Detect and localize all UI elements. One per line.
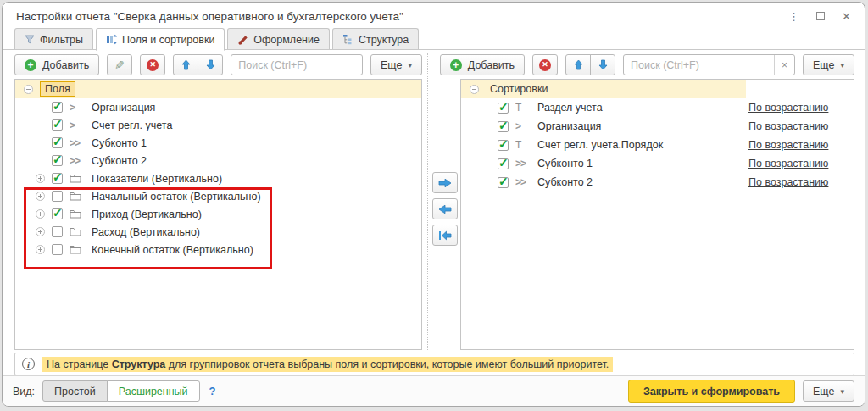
folder-icon [70,245,81,254]
row-checkbox[interactable] [52,244,63,255]
sort-row-subkonto-2[interactable]: >> Субконто 2 По возрастанию [461,173,854,192]
row-label: Счет регл. учета [92,119,172,131]
fields-search-input[interactable] [231,55,363,75]
row-label: Показатели (Вертикально) [92,173,222,185]
close-icon[interactable]: ✕ [842,11,851,22]
arrow-up-icon [574,59,583,70]
row-checkbox[interactable] [498,158,509,169]
expand-toggle-icon[interactable] [36,209,45,219]
row-checkbox[interactable] [52,137,63,148]
move-up-button[interactable] [173,54,198,75]
expand-toggle-icon[interactable] [36,245,45,254]
info-message: На странице Структура для группировок от… [42,357,613,372]
sortings-search: × [623,54,795,75]
tree-row-subkonto-2[interactable]: >> Субконто 2 [15,152,421,169]
footer-more-button[interactable]: Еще ▾ [803,380,854,402]
row-checkbox[interactable] [498,103,509,114]
move-left-button[interactable] [432,198,458,219]
maximize-icon[interactable] [816,12,825,20]
sort-direction-link[interactable]: По возрастанию [748,139,828,151]
sortings-root-row[interactable]: Сортировки [461,80,854,98]
close-and-generate-button[interactable]: Закрыть и сформировать [628,380,795,403]
field-icon: > [70,102,75,114]
row-label: Организация [92,102,155,114]
fields-panel: Поля > Организация > Счет регл. учета [14,79,422,350]
row-checkbox[interactable] [498,177,509,188]
tab-fields-and-sortings[interactable]: Поля и сортировки [96,28,225,51]
row-checkbox[interactable] [52,208,63,219]
arrow-right-icon [438,178,452,188]
collapse-toggle-icon[interactable] [24,85,33,94]
view-switch: Простой Расширенный [42,380,199,402]
tree-row-organizaciya[interactable]: > Организация [15,98,421,116]
tab-structure[interactable]: Структура [332,28,419,50]
tab-label: Структура [359,34,409,46]
tree-row-pokazateli[interactable]: Показатели (Вертикально) [15,169,421,187]
view-advanced-button[interactable]: Расширенный [107,380,200,402]
expand-toggle-icon[interactable] [36,192,45,201]
move-down-button[interactable] [590,54,615,75]
row-checkbox[interactable] [498,121,509,132]
row-checkbox[interactable] [498,140,509,151]
view-simple-button[interactable]: Простой [42,380,108,402]
row-label: Расход (Вертикально) [92,226,200,238]
arrow-down-icon [206,59,215,70]
sort-row-subkonto-1[interactable]: >> Субконто 1 По возрастанию [461,154,854,173]
row-checkbox[interactable] [52,226,63,237]
row-checkbox[interactable] [52,173,63,184]
row-label: Счет регл. учета.Порядок [537,139,663,151]
fields-search: × [231,54,363,75]
search-clear-icon[interactable]: × [774,55,794,75]
edit-field-button[interactable]: ✎ [107,54,132,75]
tab-design[interactable]: Оформление [227,28,330,50]
sortings-search-input[interactable] [624,55,774,75]
window-controls: ⋮ ✕ [788,11,851,22]
row-label: Приход (Вертикально) [92,208,202,220]
tab-bar: Фильтры Поля и сортировки Оформление Стр… [3,28,865,50]
fields-more-button[interactable]: Еще ▾ [370,54,422,75]
row-checkbox[interactable] [52,102,63,113]
sort-direction-link[interactable]: По возрастанию [748,102,828,114]
row-label: Субконто 2 [92,155,147,167]
add-sorting-button[interactable]: + Добавить [440,54,525,75]
row-checkbox[interactable] [52,119,63,131]
move-down-button[interactable] [198,54,223,75]
expand-toggle-icon[interactable] [36,227,45,236]
sort-direction-link[interactable]: По возрастанию [748,120,828,132]
field-icon: >> [70,155,80,167]
expand-toggle-icon[interactable] [36,174,45,183]
row-checkbox[interactable] [52,191,63,202]
tab-filters[interactable]: Фильтры [14,28,93,50]
tree-row-schet-regl-ucheta[interactable]: > Счет регл. учета [15,116,421,134]
sort-row-schet-poryadok[interactable]: Т Счет регл. учета.Порядок По возрастани… [461,136,854,154]
tab-label: Поля и сортировки [122,34,214,46]
sortings-more-button[interactable]: Еще ▾ [803,54,854,75]
tree-row-rashod[interactable]: Расход (Вертикально) [15,223,421,241]
sort-direction-link[interactable]: По возрастанию [748,158,828,169]
collapse-toggle-icon[interactable] [470,85,479,94]
fields-root-label: Поля [40,81,75,97]
row-label: Начальный остаток (Вертикально) [92,191,261,203]
sort-direction-link[interactable]: По возрастанию [748,176,828,188]
sort-row-organizaciya[interactable]: > Организация По возрастанию [461,117,854,136]
tree-row-konechnyj-ostatok[interactable]: Конечный остаток (Вертикально) [15,241,421,258]
fields-root-row[interactable]: Поля [15,80,421,98]
delete-field-button[interactable]: ✕ [140,54,165,75]
tree-row-prihod[interactable]: Приход (Вертикально) [15,205,421,223]
tree-row-subkonto-1[interactable]: >> Субконто 1 [15,134,421,152]
delete-sorting-button[interactable]: ✕ [532,54,558,75]
row-checkbox[interactable] [52,155,63,166]
tree-row-nachalnyj-ostatok[interactable]: Начальный остаток (Вертикально) [15,187,421,205]
row-label: Конечный остаток (Вертикально) [92,244,253,256]
sortings-panel: Сортировки Т Раздел учета По возрастанию… [460,79,854,350]
sort-row-razdel-ucheta[interactable]: Т Раздел учета По возрастанию [461,98,854,117]
move-right-button[interactable] [432,172,458,193]
add-field-button[interactable]: + Добавить [14,54,99,75]
tab-label: Оформление [253,34,320,46]
report-settings-dialog: Настройки отчета "Сверка данных оператив… [2,2,865,407]
title-bar: Настройки отчета "Сверка данных оператив… [3,3,865,28]
move-left-all-button[interactable] [432,225,458,246]
help-link[interactable]: ? [209,385,216,397]
more-menu-icon[interactable]: ⋮ [788,11,799,22]
move-up-button[interactable] [565,54,591,75]
